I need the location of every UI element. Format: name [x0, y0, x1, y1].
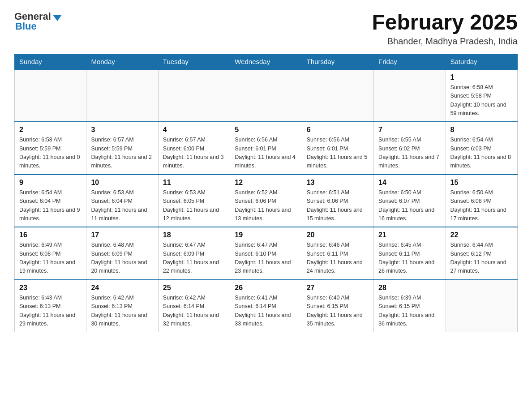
- calendar-cell: 14Sunrise: 6:50 AMSunset: 6:07 PMDayligh…: [374, 175, 446, 227]
- day-number: 7: [378, 126, 441, 134]
- day-number: 23: [19, 284, 82, 292]
- day-info: Sunrise: 6:48 AMSunset: 6:09 PMDaylight:…: [91, 242, 147, 274]
- calendar-cell: 4Sunrise: 6:57 AMSunset: 6:00 PMDaylight…: [158, 122, 230, 175]
- day-info: Sunrise: 6:47 AMSunset: 6:09 PMDaylight:…: [163, 242, 219, 274]
- calendar-cell: 22Sunrise: 6:44 AMSunset: 6:12 PMDayligh…: [446, 227, 517, 280]
- day-info: Sunrise: 6:55 AMSunset: 6:02 PMDaylight:…: [378, 137, 439, 169]
- calendar-cell: [446, 280, 517, 332]
- weekday-header-sunday: Sunday: [15, 54, 86, 69]
- day-number: 6: [307, 126, 369, 134]
- calendar-cell: 7Sunrise: 6:55 AMSunset: 6:02 PMDaylight…: [374, 122, 446, 175]
- day-info: Sunrise: 6:57 AMSunset: 5:59 PMDaylight:…: [91, 137, 152, 169]
- calendar-cell: 21Sunrise: 6:45 AMSunset: 6:11 PMDayligh…: [374, 227, 446, 280]
- day-number: 15: [450, 179, 513, 187]
- calendar-cell: 1Sunrise: 6:58 AMSunset: 5:58 PMDaylight…: [446, 69, 517, 122]
- calendar-cell: [158, 69, 230, 122]
- day-info: Sunrise: 6:53 AMSunset: 6:04 PMDaylight:…: [91, 189, 147, 222]
- day-info: Sunrise: 6:49 AMSunset: 6:08 PMDaylight:…: [19, 242, 75, 274]
- calendar-cell: 20Sunrise: 6:46 AMSunset: 6:11 PMDayligh…: [302, 227, 373, 280]
- title-block: February 2025 Bhander, Madhya Pradesh, I…: [372, 11, 518, 47]
- day-number: 9: [19, 179, 82, 187]
- calendar-table: SundayMondayTuesdayWednesdayThursdayFrid…: [14, 54, 518, 333]
- calendar-cell: 10Sunrise: 6:53 AMSunset: 6:04 PMDayligh…: [86, 175, 158, 227]
- day-info: Sunrise: 6:53 AMSunset: 6:05 PMDaylight:…: [163, 189, 219, 222]
- weekday-header-thursday: Thursday: [302, 54, 373, 69]
- calendar-week-row: 23Sunrise: 6:43 AMSunset: 6:13 PMDayligh…: [15, 280, 518, 332]
- day-info: Sunrise: 6:43 AMSunset: 6:13 PMDaylight:…: [19, 295, 75, 327]
- day-info: Sunrise: 6:50 AMSunset: 6:08 PMDaylight:…: [450, 189, 506, 222]
- day-info: Sunrise: 6:54 AMSunset: 6:03 PMDaylight:…: [450, 137, 511, 169]
- day-number: 16: [19, 231, 82, 239]
- calendar-cell: 24Sunrise: 6:42 AMSunset: 6:13 PMDayligh…: [86, 280, 158, 332]
- calendar-cell: 11Sunrise: 6:53 AMSunset: 6:05 PMDayligh…: [158, 175, 230, 227]
- page-header: General Blue February 2025 Bhander, Madh…: [14, 11, 518, 47]
- calendar-cell: 23Sunrise: 6:43 AMSunset: 6:13 PMDayligh…: [15, 280, 86, 332]
- month-title: February 2025: [372, 11, 518, 34]
- day-number: 5: [235, 126, 297, 134]
- calendar-cell: 2Sunrise: 6:58 AMSunset: 5:59 PMDaylight…: [15, 122, 86, 175]
- day-number: 22: [450, 231, 513, 239]
- calendar-cell: [230, 69, 302, 122]
- calendar-cell: 28Sunrise: 6:39 AMSunset: 6:15 PMDayligh…: [374, 280, 446, 332]
- day-number: 27: [307, 284, 369, 292]
- calendar-cell: 26Sunrise: 6:41 AMSunset: 6:14 PMDayligh…: [230, 280, 302, 332]
- calendar-week-row: 9Sunrise: 6:54 AMSunset: 6:04 PMDaylight…: [15, 175, 518, 227]
- calendar-cell: [302, 69, 373, 122]
- calendar-cell: 5Sunrise: 6:56 AMSunset: 6:01 PMDaylight…: [230, 122, 302, 175]
- calendar-cell: 8Sunrise: 6:54 AMSunset: 6:03 PMDaylight…: [446, 122, 517, 175]
- calendar-cell: 3Sunrise: 6:57 AMSunset: 5:59 PMDaylight…: [86, 122, 158, 175]
- calendar-cell: 25Sunrise: 6:42 AMSunset: 6:14 PMDayligh…: [158, 280, 230, 332]
- day-number: 12: [235, 179, 297, 187]
- calendar-cell: [86, 69, 158, 122]
- day-info: Sunrise: 6:42 AMSunset: 6:13 PMDaylight:…: [91, 295, 147, 327]
- day-info: Sunrise: 6:56 AMSunset: 6:01 PMDaylight:…: [235, 137, 296, 169]
- day-number: 20: [307, 231, 369, 239]
- weekday-header-row: SundayMondayTuesdayWednesdayThursdayFrid…: [15, 54, 518, 69]
- day-number: 2: [19, 126, 82, 134]
- day-info: Sunrise: 6:45 AMSunset: 6:11 PMDaylight:…: [378, 242, 434, 274]
- day-info: Sunrise: 6:46 AMSunset: 6:11 PMDaylight:…: [307, 242, 363, 274]
- weekday-header-wednesday: Wednesday: [230, 54, 302, 69]
- logo: General Blue: [14, 11, 62, 32]
- calendar-cell: 12Sunrise: 6:52 AMSunset: 6:06 PMDayligh…: [230, 175, 302, 227]
- location-text: Bhander, Madhya Pradesh, India: [372, 36, 518, 47]
- day-info: Sunrise: 6:58 AMSunset: 5:58 PMDaylight:…: [450, 84, 506, 116]
- day-info: Sunrise: 6:40 AMSunset: 6:15 PMDaylight:…: [307, 295, 363, 327]
- day-info: Sunrise: 6:58 AMSunset: 5:59 PMDaylight:…: [19, 137, 80, 169]
- day-info: Sunrise: 6:51 AMSunset: 6:06 PMDaylight:…: [307, 189, 363, 222]
- day-number: 10: [91, 179, 153, 187]
- day-number: 13: [307, 179, 369, 187]
- logo-arrow-icon: [53, 15, 62, 21]
- day-number: 1: [450, 73, 513, 81]
- calendar-cell: 15Sunrise: 6:50 AMSunset: 6:08 PMDayligh…: [446, 175, 517, 227]
- day-number: 18: [163, 231, 225, 239]
- calendar-cell: 19Sunrise: 6:47 AMSunset: 6:10 PMDayligh…: [230, 227, 302, 280]
- day-info: Sunrise: 6:47 AMSunset: 6:10 PMDaylight:…: [235, 242, 291, 274]
- calendar-cell: 16Sunrise: 6:49 AMSunset: 6:08 PMDayligh…: [15, 227, 86, 280]
- calendar-cell: 6Sunrise: 6:56 AMSunset: 6:01 PMDaylight…: [302, 122, 373, 175]
- weekday-header-monday: Monday: [86, 54, 158, 69]
- day-number: 25: [163, 284, 225, 292]
- calendar-cell: [374, 69, 446, 122]
- day-number: 8: [450, 126, 513, 134]
- calendar-cell: 18Sunrise: 6:47 AMSunset: 6:09 PMDayligh…: [158, 227, 230, 280]
- day-number: 28: [378, 284, 441, 292]
- day-number: 14: [378, 179, 441, 187]
- weekday-header-tuesday: Tuesday: [158, 54, 230, 69]
- day-number: 11: [163, 179, 225, 187]
- day-info: Sunrise: 6:57 AMSunset: 6:00 PMDaylight:…: [163, 137, 224, 169]
- day-info: Sunrise: 6:50 AMSunset: 6:07 PMDaylight:…: [378, 189, 434, 222]
- calendar-cell: 17Sunrise: 6:48 AMSunset: 6:09 PMDayligh…: [86, 227, 158, 280]
- day-info: Sunrise: 6:41 AMSunset: 6:14 PMDaylight:…: [235, 295, 291, 327]
- day-number: 24: [91, 284, 153, 292]
- calendar-cell: 27Sunrise: 6:40 AMSunset: 6:15 PMDayligh…: [302, 280, 373, 332]
- calendar-week-row: 2Sunrise: 6:58 AMSunset: 5:59 PMDaylight…: [15, 122, 518, 175]
- day-info: Sunrise: 6:42 AMSunset: 6:14 PMDaylight:…: [163, 295, 219, 327]
- day-number: 17: [91, 231, 153, 239]
- day-info: Sunrise: 6:52 AMSunset: 6:06 PMDaylight:…: [235, 189, 291, 222]
- day-number: 3: [91, 126, 153, 134]
- day-number: 21: [378, 231, 441, 239]
- day-info: Sunrise: 6:56 AMSunset: 6:01 PMDaylight:…: [307, 137, 368, 169]
- calendar-cell: 9Sunrise: 6:54 AMSunset: 6:04 PMDaylight…: [15, 175, 86, 227]
- weekday-header-friday: Friday: [374, 54, 446, 69]
